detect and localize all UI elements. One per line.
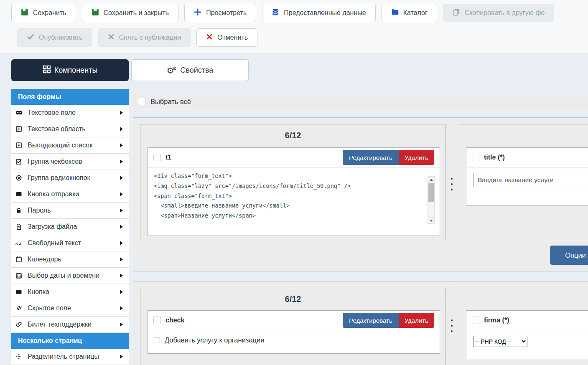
sidebar-item-label: Текстовая область <box>28 125 120 133</box>
view-tabs: Компоненты ⚙⚙ Свойства <box>11 59 249 81</box>
field-card-header: check Редактировать Удалить <box>148 311 440 330</box>
cancel-button-label: Отменить <box>217 34 248 41</box>
sidebar-item-file-upload[interactable]: Загрузка файла <box>11 219 129 235</box>
code-line: <small>введите название услуги</small> <box>154 201 434 211</box>
field-checkbox-firma[interactable] <box>472 317 479 324</box>
sidebar-item-support-ticket[interactable]: Билет техподдержки <box>11 317 129 333</box>
catalog-button[interactable]: Каталог <box>382 4 437 22</box>
sidebar-item-textarea[interactable]: Текстовая область <box>11 121 129 137</box>
sidebar-item-text-field[interactable]: Текстовое поле <box>11 105 129 121</box>
delete-button[interactable]: Удалить <box>399 313 434 328</box>
field-name: t1 <box>165 154 171 161</box>
scrollbar-thumb[interactable] <box>428 183 434 202</box>
plus-icon <box>194 8 201 18</box>
edit-button[interactable]: Редактировать <box>343 313 399 328</box>
toolbar-row-2: Опубликовать Снять с публикации Отменить <box>17 28 257 47</box>
sidebar-item-free-text[interactable]: A-Z Свободный текст <box>11 235 129 251</box>
cancel-button[interactable]: Отменить <box>196 28 257 47</box>
sidebar-item-dropdown[interactable]: Выпадающий список <box>11 137 129 154</box>
field-actions: Редактировать Удалить <box>343 313 434 328</box>
toolbar-row-1: Сохранить Сохранить и закрыть Просмотрет… <box>11 4 554 22</box>
column-right-row1: title (*) <box>459 124 588 240</box>
sidebar-item-password[interactable]: Пароль <box>11 203 129 219</box>
sidebar-item-hidden-field[interactable]: Скрытое поле <box>11 300 129 317</box>
edit-button[interactable]: Редактировать <box>343 150 399 165</box>
firma-select[interactable]: -- PHP КОД -- <box>473 336 527 347</box>
sidebar-header-multiple-pages[interactable]: Несколько страниц <box>11 333 129 349</box>
sidebar-item-label: Кнопка <box>28 288 120 296</box>
tab-components[interactable]: Компоненты <box>11 59 129 81</box>
tab-properties[interactable]: ⚙⚙ Свойства <box>131 59 249 81</box>
submitted-data-button-label: Предоставленные данные <box>284 9 366 17</box>
field-card-title: title (*) <box>466 147 588 206</box>
lock-icon <box>15 207 25 214</box>
save-button[interactable]: Сохранить <box>11 4 76 22</box>
sidebar-item-label: Билет техподдержки <box>28 321 120 328</box>
options-button[interactable]: Опции <box>550 246 588 265</box>
service-checkbox-row: Добавить услугу к организации <box>148 330 440 350</box>
field-name: check <box>165 317 184 324</box>
field-code-preview: <div class="form_text"> <img class="lazy… <box>148 167 440 225</box>
save-and-close-button[interactable]: Сохранить и закрыть <box>82 4 179 22</box>
copy-to-other-form-button[interactable]: Скопировать в другую фо <box>443 4 554 22</box>
column-width-label: 6/12 <box>140 131 445 140</box>
sidebar-header-label: Поля формы <box>18 93 61 101</box>
chevron-right-icon <box>120 143 123 147</box>
publish-button-label: Опубликовать <box>39 34 83 41</box>
calendar-icon <box>15 256 25 263</box>
sidebar-item-checkbox-group[interactable]: Группа чекбоксов <box>11 154 129 170</box>
field-checkbox-check[interactable] <box>153 317 161 324</box>
sidebar-item-label: Свободный текст <box>28 239 120 247</box>
field-checkbox-title[interactable] <box>472 154 479 161</box>
field-card-t1: t1 Редактировать Удалить <div class="for… <box>148 147 440 236</box>
scroll-down-arrow-icon[interactable] <box>428 217 434 223</box>
chevron-right-icon <box>120 322 123 327</box>
field-card-firma: firma (*) -- PHP КОД -- <box>466 310 588 359</box>
chevron-right-icon <box>120 355 123 359</box>
preview-button[interactable]: Просмотреть <box>184 4 256 22</box>
file-upload-icon <box>15 223 25 230</box>
submit-button-icon <box>15 191 25 198</box>
submitted-data-button[interactable]: Предоставленные данные <box>262 4 375 22</box>
field-checkbox-t1[interactable] <box>153 154 161 161</box>
code-line: <span class="form_txt"> <box>154 191 434 201</box>
column-drag-handle[interactable] <box>449 318 454 334</box>
add-service-checkbox[interactable] <box>154 337 160 343</box>
field-card-header: firma (*) <box>466 311 588 330</box>
text-field-icon <box>15 109 25 116</box>
sidebar-item-calendar[interactable]: Календарь <box>11 251 129 268</box>
chevron-right-icon <box>120 127 123 131</box>
publish-button[interactable]: Опубликовать <box>17 28 92 47</box>
hidden-field-icon <box>15 305 25 312</box>
select-all-checkbox[interactable] <box>138 98 145 105</box>
unpublish-button[interactable]: Снять с публикации <box>98 28 191 47</box>
chevron-right-icon <box>120 274 123 278</box>
form-row-1: 6/12 t1 Редактировать Удалить <div class… <box>133 117 588 271</box>
save-icon <box>92 8 99 18</box>
sidebar-item-label: Выпадающий список <box>28 142 120 149</box>
sidebar-header-form-fields[interactable]: Поля формы <box>11 89 129 105</box>
sidebar-item-button[interactable]: Кнопка <box>11 284 129 300</box>
column-drag-handle[interactable] <box>449 176 454 192</box>
sidebar-item-submit-button[interactable]: Кнопка отправки <box>11 186 129 203</box>
chevron-right-icon <box>120 192 123 196</box>
form-builder-page: { "toolbar": { "row1": [ { "label": "Сох… <box>0 0 588 365</box>
folder-icon <box>391 8 399 18</box>
sidebar-item-datetime[interactable]: Выбор даты и времени <box>11 268 129 284</box>
page-divider-icon <box>15 353 25 360</box>
radio-group-icon <box>15 175 25 181</box>
az-text-icon: A-Z <box>15 240 25 246</box>
code-scrollbar[interactable] <box>428 176 435 224</box>
scroll-up-arrow-icon[interactable] <box>428 177 434 183</box>
toolbar: Сохранить Сохранить и закрыть Просмотрет… <box>0 0 588 53</box>
x-icon <box>206 33 213 42</box>
title-text-input[interactable] <box>473 173 588 187</box>
delete-button[interactable]: Удалить <box>399 150 434 165</box>
field-name: firma (*) <box>484 317 509 324</box>
sidebar-item-radio-group[interactable]: Группа радиокнопок <box>11 170 129 186</box>
grid-icon <box>43 65 51 76</box>
chevron-right-icon <box>120 160 123 164</box>
column-left-row1: 6/12 t1 Редактировать Удалить <div class… <box>140 124 446 240</box>
dropdown-icon <box>15 142 25 149</box>
sidebar-item-page-divider[interactable]: Разделитель страницы <box>11 349 129 365</box>
